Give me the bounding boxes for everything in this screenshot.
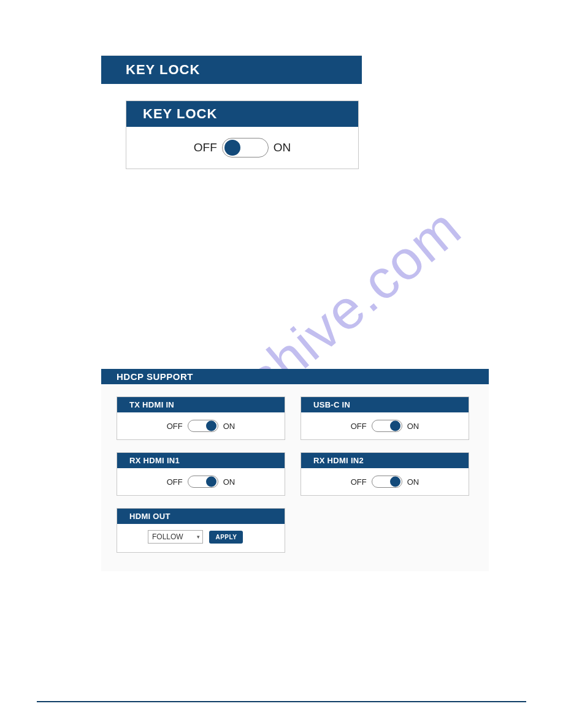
card-key-lock-title: KEY LOCK bbox=[126, 101, 358, 127]
section-key-lock-title: KEY LOCK bbox=[101, 56, 362, 84]
toggle-off-label: OFF bbox=[351, 422, 367, 431]
section-hdcp-title: HDCP SUPPORT bbox=[101, 369, 489, 384]
chevron-down-icon: ▾ bbox=[197, 534, 200, 540]
toggle-on-label: ON bbox=[407, 477, 419, 487]
card-tx-hdmi-in: TX HDMI IN OFF ON bbox=[117, 396, 285, 440]
toggle-off-label: OFF bbox=[194, 141, 217, 154]
toggle-knob bbox=[390, 421, 400, 431]
card-hdmi-out-title: HDMI OUT bbox=[117, 509, 285, 524]
select-hdmi-out[interactable]: FOLLOW ▾ bbox=[148, 530, 203, 544]
card-key-lock: KEY LOCK OFF ON bbox=[126, 100, 359, 169]
apply-button[interactable]: APPLY bbox=[209, 531, 243, 544]
toggle-on-label: ON bbox=[274, 141, 291, 154]
card-tx-hdmi-in-title: TX HDMI IN bbox=[117, 397, 285, 412]
toggle-off-label: OFF bbox=[167, 477, 183, 487]
toggle-rx-hdmi-in2[interactable]: OFF ON bbox=[351, 476, 419, 488]
toggle-knob bbox=[206, 477, 216, 487]
card-hdmi-out: HDMI OUT FOLLOW ▾ APPLY bbox=[117, 508, 285, 553]
section-hdcp-support: HDCP SUPPORT TX HDMI IN OFF ON USB-C IN bbox=[101, 369, 489, 571]
toggle-track[interactable] bbox=[372, 476, 402, 488]
toggle-knob bbox=[390, 477, 400, 487]
select-hdmi-out-value: FOLLOW bbox=[152, 533, 183, 541]
toggle-knob bbox=[206, 421, 216, 431]
section-key-lock: KEY LOCK KEY LOCK OFF ON bbox=[101, 55, 362, 169]
toggle-on-label: ON bbox=[407, 422, 419, 431]
card-rx-hdmi-in1-title: RX HDMI IN1 bbox=[117, 453, 285, 468]
toggle-off-label: OFF bbox=[351, 477, 367, 487]
toggle-on-label: ON bbox=[223, 422, 236, 431]
toggle-off-label: OFF bbox=[167, 422, 183, 431]
card-usb-c-in-title: USB-C IN bbox=[301, 397, 469, 412]
toggle-tx-hdmi-in[interactable]: OFF ON bbox=[167, 420, 236, 432]
toggle-track[interactable] bbox=[222, 138, 269, 157]
toggle-knob bbox=[224, 140, 240, 156]
toggle-usb-c-in[interactable]: OFF ON bbox=[351, 420, 419, 432]
card-rx-hdmi-in2: RX HDMI IN2 OFF ON bbox=[301, 452, 469, 496]
card-rx-hdmi-in1: RX HDMI IN1 OFF ON bbox=[117, 452, 285, 496]
toggle-track[interactable] bbox=[188, 476, 218, 488]
toggle-rx-hdmi-in1[interactable]: OFF ON bbox=[167, 476, 236, 488]
toggle-on-label: ON bbox=[223, 477, 236, 487]
card-usb-c-in: USB-C IN OFF ON bbox=[301, 396, 469, 440]
toggle-track[interactable] bbox=[372, 420, 402, 432]
toggle-key-lock[interactable]: OFF ON bbox=[194, 138, 291, 157]
footer-divider bbox=[37, 701, 526, 702]
toggle-track[interactable] bbox=[188, 420, 218, 432]
card-rx-hdmi-in2-title: RX HDMI IN2 bbox=[301, 453, 469, 468]
